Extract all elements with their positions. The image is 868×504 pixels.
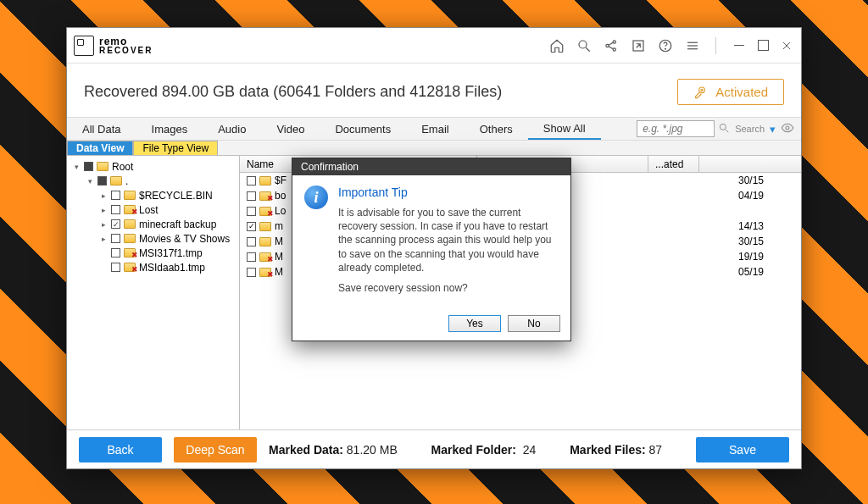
svg-line-6 (609, 46, 613, 48)
tab-file-type-view[interactable]: File Type View (133, 141, 218, 155)
window-maximize[interactable] (755, 38, 771, 53)
checkbox[interactable] (111, 248, 120, 258)
activated-label: Activated (715, 85, 768, 99)
window-close[interactable] (779, 38, 794, 53)
expand-icon[interactable]: ▸ (99, 220, 108, 229)
expand-icon[interactable]: ▸ (99, 206, 108, 214)
checkbox[interactable] (84, 162, 93, 171)
column-date[interactable]: ...ated (648, 156, 699, 172)
filter-video[interactable]: Video (261, 118, 320, 140)
checkbox[interactable]: ✓ (111, 219, 120, 229)
search-label: Search (735, 124, 765, 134)
tree-item[interactable]: ▸✓minecraft backup (69, 217, 237, 231)
file-date: 19/19 (738, 251, 794, 263)
folder-deleted-icon (124, 263, 136, 272)
tree-item-label: Root (112, 161, 133, 173)
recovery-summary: Recovered 894.00 GB data (60641 Folders … (84, 83, 502, 101)
checkbox[interactable] (111, 205, 120, 214)
tree-item-label: Lost (139, 204, 159, 216)
titlebar: remo RECOVER (67, 28, 801, 64)
checkbox[interactable] (247, 237, 256, 246)
window-minimize[interactable] (732, 38, 747, 53)
tree-item-label: MSI317f1.tmp (139, 247, 203, 259)
search-box (637, 120, 715, 137)
tree-item[interactable]: ▸Lost (69, 202, 237, 217)
marked-data-label: Marked Data: (269, 443, 343, 457)
filter-documents[interactable]: Documents (320, 118, 406, 140)
checkbox[interactable] (97, 176, 107, 186)
tree-item-label: $RECYCLE.BIN (139, 190, 213, 202)
filter-others[interactable]: Others (465, 118, 528, 140)
svg-point-16 (701, 89, 703, 91)
checkbox[interactable]: ✓ (247, 222, 256, 231)
expand-icon[interactable]: ▾ (86, 177, 94, 186)
svg-point-19 (786, 126, 789, 130)
filter-audio[interactable]: Audio (203, 118, 261, 140)
tree-item-label: Movies & TV Shows (139, 233, 230, 245)
file-name: M (275, 251, 283, 263)
filter-all-data[interactable]: All Data (67, 118, 136, 140)
tree-item[interactable]: ▾Root (69, 159, 237, 174)
file-date: 04/19 (738, 190, 794, 202)
dialog-buttons: Yes No (292, 310, 570, 341)
filter-show-all[interactable]: Show All (528, 118, 601, 140)
checkbox[interactable] (247, 176, 256, 186)
search-submit-icon[interactable] (718, 122, 730, 136)
checkbox[interactable] (247, 252, 256, 262)
expand-icon[interactable]: ▸ (99, 191, 108, 200)
dialog-yes-button[interactable]: Yes (448, 315, 501, 332)
help-icon[interactable] (658, 38, 673, 53)
folder-icon (259, 222, 271, 231)
svg-point-3 (613, 40, 615, 42)
dropdown-icon[interactable]: ▾ (770, 123, 776, 136)
confirmation-dialog: Confirmation i Important Tip It is advis… (292, 158, 571, 341)
activated-button[interactable]: Activated (677, 79, 784, 105)
svg-line-5 (609, 42, 613, 45)
separator (715, 37, 716, 54)
file-name: $F (275, 174, 287, 186)
tree-item-label: minecraft backup (139, 219, 216, 230)
checkbox[interactable] (111, 234, 120, 243)
checkbox[interactable] (247, 268, 256, 277)
home-icon[interactable] (549, 38, 565, 53)
marked-data-value: 81.20 MB (347, 443, 398, 457)
folder-deleted-icon (259, 207, 271, 216)
share-icon[interactable] (604, 38, 619, 53)
tree-item[interactable]: ▾. (69, 174, 237, 188)
tree-item[interactable]: ▸Movies & TV Shows (69, 231, 237, 246)
folder-deleted-icon (259, 268, 271, 277)
search-icon[interactable] (576, 38, 592, 53)
checkbox[interactable] (111, 263, 120, 272)
deep-scan-button[interactable]: Deep Scan (174, 437, 257, 462)
checkbox[interactable] (247, 207, 256, 216)
filter-email[interactable]: Email (406, 118, 465, 140)
save-button[interactable]: Save (696, 437, 789, 462)
folder-icon (124, 219, 136, 229)
svg-point-17 (720, 124, 726, 130)
expand-icon[interactable]: ▸ (99, 235, 108, 243)
checkbox[interactable] (247, 191, 256, 201)
folder-deleted-icon (124, 205, 136, 214)
logo-text: remo RECOVER (99, 36, 153, 55)
svg-point-0 (579, 41, 587, 48)
tree-item[interactable]: MSIdaab1.tmp (69, 260, 237, 274)
file-name: Lo (275, 205, 286, 217)
search-input[interactable] (637, 123, 714, 135)
file-date: 30/15 (738, 235, 794, 247)
export-icon[interactable] (631, 38, 646, 53)
titlebar-actions (549, 37, 720, 54)
svg-point-2 (606, 44, 609, 47)
tab-data-view[interactable]: Data View (67, 141, 133, 155)
expand-icon[interactable]: ▾ (72, 163, 81, 171)
checkbox[interactable] (111, 191, 120, 200)
window-controls (732, 38, 794, 53)
dialog-no-button[interactable]: No (508, 315, 560, 332)
tree-item[interactable]: ▸$RECYCLE.BIN (69, 188, 237, 202)
dialog-content: Important Tip It is advisable for you to… (338, 186, 559, 302)
tree-item[interactable]: MSI317f1.tmp (69, 246, 237, 260)
menu-icon[interactable] (685, 38, 700, 53)
svg-line-18 (726, 129, 729, 132)
eye-icon[interactable] (781, 121, 794, 137)
back-button[interactable]: Back (79, 437, 162, 462)
filter-images[interactable]: Images (136, 118, 203, 140)
